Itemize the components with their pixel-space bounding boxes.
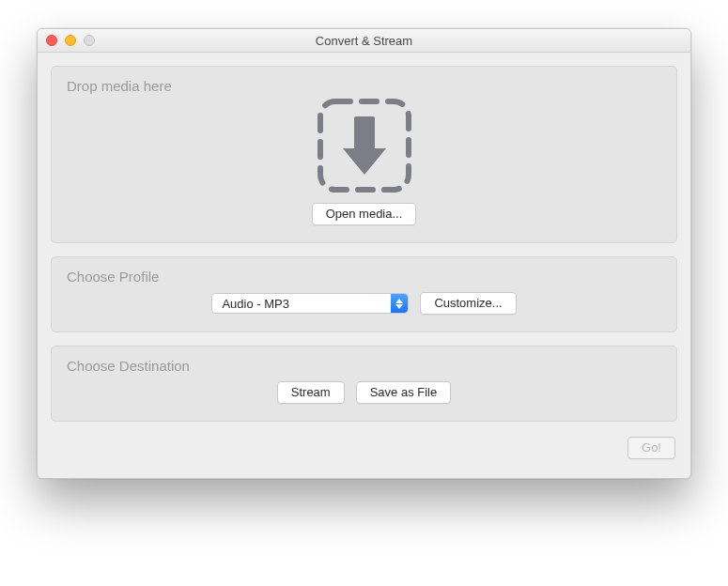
save-as-file-button[interactable]: Save as File [356,381,452,404]
profile-select[interactable]: Audio - MP3 [211,293,409,314]
titlebar: Convert & Stream [38,29,690,53]
profile-select-value: Audio - MP3 [222,297,289,311]
drop-media-panel: Drop media here Open media... [51,66,677,243]
drop-arrow-icon [315,96,414,195]
choose-destination-panel: Choose Destination Stream Save as File [51,346,677,422]
window-content: Drop media here Open media... Choose Pro… [38,53,690,478]
choose-profile-heading: Choose Profile [67,269,663,285]
customize-profile-button[interactable]: Customize... [420,292,516,315]
dropzone[interactable] [315,96,414,195]
go-button[interactable]: Go! [627,437,675,459]
choose-destination-heading: Choose Destination [67,358,663,374]
select-stepper-icon [391,294,408,313]
dropzone-area[interactable]: Open media... [65,94,663,225]
drop-media-heading: Drop media here [67,78,663,94]
window-title: Convert & Stream [316,34,412,48]
window: Convert & Stream Drop media here Open me… [37,28,691,479]
svg-marker-3 [395,299,403,303]
footer: Go! [51,435,677,465]
minimize-window-button[interactable] [65,35,76,46]
close-window-button[interactable] [46,35,57,46]
zoom-window-button[interactable] [84,35,95,46]
svg-marker-2 [343,148,386,175]
svg-rect-1 [354,116,375,150]
window-controls [46,35,95,46]
choose-profile-panel: Choose Profile Audio - MP3 Customize... [51,256,677,332]
open-media-button[interactable]: Open media... [312,203,417,225]
svg-marker-4 [395,304,403,309]
stream-button[interactable]: Stream [277,381,345,404]
